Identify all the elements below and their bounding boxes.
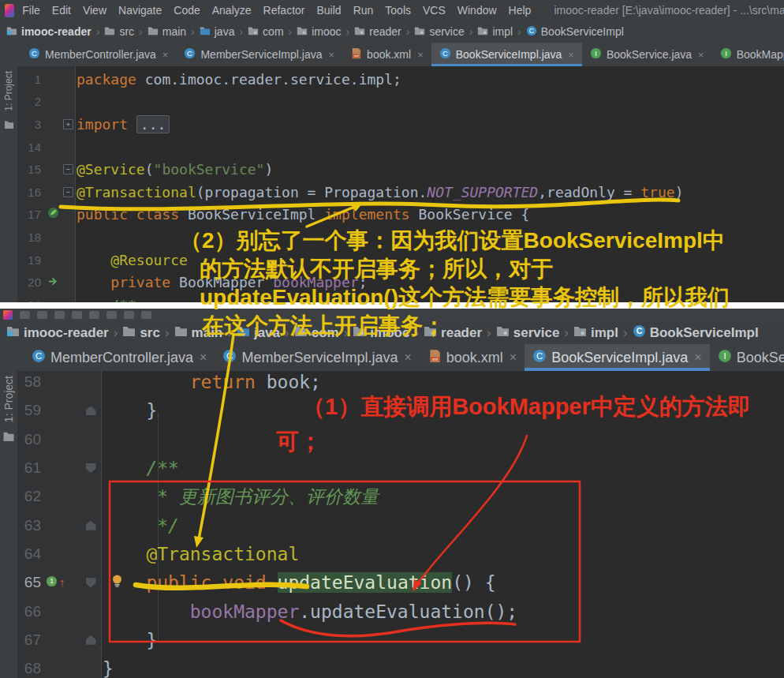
code-line-68[interactable]: 68} xyxy=(0,654,784,678)
code-line-3[interactable]: 3+import ... xyxy=(0,113,784,136)
fold-marker-icon[interactable] xyxy=(86,635,96,645)
code-area-2[interactable]: 58 return book;59 }6061 /**62 * 更新图书评分、评… xyxy=(0,371,784,678)
tab-close-icon[interactable]: × xyxy=(568,49,574,61)
tab-book.xml[interactable]: xmlbook.xml× xyxy=(420,344,525,371)
breadcrumb-item-com[interactable]: com xyxy=(294,324,339,342)
tab-close-icon[interactable]: × xyxy=(510,350,517,365)
impl-icon[interactable]: 1 xyxy=(46,575,58,590)
app-logo-icon[interactable] xyxy=(3,310,13,320)
code-line-21[interactable]: 21 /** xyxy=(0,294,784,302)
breadcrumb-item-imooc-reader[interactable]: imooc-reader xyxy=(6,324,109,342)
breadcrumb-item-impl[interactable]: impl xyxy=(477,25,513,39)
breadcrumb-item-imooc-reader[interactable]: imooc-reader xyxy=(6,25,91,39)
menu-view[interactable]: View xyxy=(83,4,106,17)
code-line-14[interactable]: 14 xyxy=(0,136,784,159)
code-text[interactable]: /** xyxy=(77,297,136,302)
tab-memberserviceimpl.java[interactable]: CMemberServiceImpl.java× xyxy=(176,43,342,66)
menu-build[interactable]: Build xyxy=(316,4,341,17)
menu-code[interactable]: Code xyxy=(174,4,200,17)
toolbar-icon[interactable] xyxy=(20,311,30,319)
code-line-66[interactable]: 66 bookMapper.updateEvaluation(); xyxy=(0,597,784,625)
tab-bookmapper.java[interactable]: IBookMapper.java× xyxy=(712,43,784,66)
code-text[interactable]: @Transactional(propagation = Propagation… xyxy=(77,184,683,200)
fold-marker-icon[interactable] xyxy=(86,463,96,473)
toolbar-icon[interactable] xyxy=(54,311,65,319)
tab-close-icon[interactable]: × xyxy=(162,49,169,61)
breadcrumb-item-service[interactable]: service xyxy=(414,25,464,39)
toolbar-icon[interactable] xyxy=(106,311,117,319)
breadcrumb-item-com[interactable]: com xyxy=(248,25,283,39)
code-text[interactable]: } xyxy=(103,630,157,650)
tab-bookservice.java[interactable]: IBookService.java× xyxy=(582,43,712,66)
menu-file[interactable]: File xyxy=(22,4,40,17)
code-text[interactable]: * 更新图书评分、评价数量 xyxy=(103,485,379,509)
code-text[interactable]: } xyxy=(103,658,114,678)
code-line-67[interactable]: 67 } xyxy=(0,626,784,654)
tab-close-icon[interactable]: × xyxy=(694,350,701,365)
breadcrumb-item-main[interactable]: main xyxy=(174,324,223,342)
code-text[interactable]: @Transactional xyxy=(103,544,299,564)
breadcrumb-item-src[interactable]: src xyxy=(104,25,134,39)
breadcrumb-item-java[interactable]: java xyxy=(237,324,280,342)
fold-marker-icon[interactable]: − xyxy=(63,187,73,197)
breadcrumb-item-service[interactable]: service xyxy=(496,324,560,342)
breadcrumb-item-imooc[interactable]: imooc xyxy=(353,324,409,342)
fold-marker-icon[interactable]: + xyxy=(63,119,73,129)
code-text[interactable]: /** xyxy=(103,458,179,478)
tab-bookservice.java[interactable]: IBookService.java× xyxy=(710,344,784,371)
code-line-63[interactable]: 63 */ xyxy=(0,511,784,539)
breadcrumb-item-impl[interactable]: impl xyxy=(573,324,618,342)
code-text[interactable]: bookMapper.updateEvaluation(); xyxy=(103,601,517,622)
menu-edit[interactable]: Edit xyxy=(52,4,71,17)
fold-marker-icon[interactable] xyxy=(86,578,96,587)
code-line-20[interactable]: 20 private BookMapper bookMapper; xyxy=(0,271,784,294)
tab-membercontroller.java[interactable]: CMemberController.java× xyxy=(21,43,176,66)
code-line-59[interactable]: 59 } xyxy=(0,396,784,425)
fold-marker-icon[interactable] xyxy=(86,406,96,415)
code-text[interactable]: private BookMapper bookMapper; xyxy=(77,274,367,290)
breadcrumb-item-bookserviceimpl[interactable]: CBookServiceImpl xyxy=(526,25,624,39)
breadcrumb-item-main[interactable]: main xyxy=(147,25,186,39)
breadcrumb-item-imooc[interactable]: imooc xyxy=(297,25,341,39)
code-line-2[interactable]: 2 xyxy=(0,91,784,114)
toolbar-icon[interactable] xyxy=(72,311,82,319)
code-line-18[interactable]: 18 xyxy=(0,226,784,249)
tab-book.xml[interactable]: xmlbook.xml× xyxy=(342,43,431,66)
toolbar-icon[interactable] xyxy=(141,311,151,319)
code-line-16[interactable]: 16−@Transactional(propagation = Propagat… xyxy=(0,181,784,204)
code-text[interactable]: package com.imooc.reader.service.impl; xyxy=(77,71,401,88)
toolbar-icon[interactable] xyxy=(37,311,47,319)
fold-marker-icon[interactable] xyxy=(86,521,96,530)
menu-help[interactable]: Help xyxy=(509,4,532,17)
uparrow-icon[interactable]: ↑ xyxy=(59,575,65,590)
breadcrumb-item-bookserviceimpl[interactable]: CBookServiceImpl xyxy=(633,324,759,342)
tab-close-icon[interactable]: × xyxy=(417,49,424,61)
code-line-64[interactable]: 64 @Transactional xyxy=(0,540,784,568)
code-line-15[interactable]: 15−@Service("bookService") xyxy=(0,158,784,181)
code-area-1[interactable]: 1package com.imooc.reader.service.impl;2… xyxy=(0,68,784,302)
menu-tools[interactable]: Tools xyxy=(385,4,411,17)
tab-close-icon[interactable]: × xyxy=(329,49,335,61)
code-text[interactable]: @Service("bookService") xyxy=(77,161,273,178)
code-line-58[interactable]: 58 return book; xyxy=(0,371,784,396)
code-line-61[interactable]: 61 /** xyxy=(0,454,784,482)
breadcrumb-item-reader[interactable]: reader xyxy=(424,324,482,342)
tab-membercontroller.java[interactable]: CMemberController.java× xyxy=(24,344,215,371)
code-line-65[interactable]: 651↑ public void updateEvaluation() { xyxy=(0,568,784,597)
code-line-62[interactable]: 62 * 更新图书评分、评价数量 xyxy=(0,482,784,511)
code-text[interactable]: return book; xyxy=(103,372,321,392)
tab-memberserviceimpl.java[interactable]: CMemberServiceImpl.java× xyxy=(215,344,419,371)
code-text[interactable]: public void updateEvaluation() { xyxy=(103,572,496,593)
code-text[interactable]: import ... xyxy=(77,116,170,133)
breadcrumb-item-src[interactable]: src xyxy=(122,324,160,342)
intention-bulb-icon[interactable] xyxy=(112,575,122,591)
menu-window[interactable]: Window xyxy=(457,4,497,17)
tab-close-icon[interactable]: × xyxy=(404,350,411,365)
menu-analyze[interactable]: Analyze xyxy=(212,4,252,17)
code-line-1[interactable]: 1package com.imooc.reader.service.impl; xyxy=(0,68,784,91)
menu-vcs[interactable]: VCS xyxy=(423,4,446,17)
menu-run[interactable]: Run xyxy=(353,4,374,17)
bean-icon[interactable] xyxy=(47,207,59,222)
autowire-icon[interactable] xyxy=(47,275,59,290)
code-line-60[interactable]: 60 xyxy=(0,425,784,454)
